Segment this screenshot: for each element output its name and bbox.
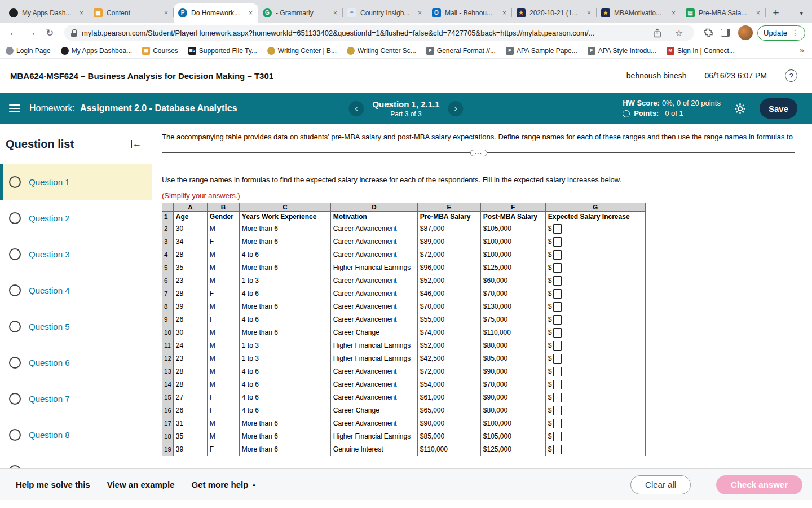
new-tab-button[interactable]: +	[768, 5, 784, 21]
bookmark-item[interactable]: PGeneral Format //...	[426, 47, 496, 55]
save-button[interactable]: Save	[760, 98, 797, 119]
browser-tab[interactable]: G- Grammarly×	[258, 3, 343, 23]
tab-close-icon[interactable]: ×	[501, 9, 508, 17]
collapse-panel-icon[interactable]: ←	[131, 139, 142, 148]
sidebar-item-question-partial[interactable]	[0, 453, 152, 468]
sheet-cell: 27	[173, 391, 207, 404]
sheet-cell: 24	[173, 339, 207, 352]
expected-increase-input[interactable]	[553, 432, 562, 441]
expand-question-toggle[interactable]: ···	[470, 150, 487, 156]
forward-button[interactable]: →	[23, 27, 41, 38]
expected-increase-input[interactable]	[553, 263, 562, 273]
bookmark-star-icon[interactable]: ☆	[670, 28, 687, 38]
profile-avatar[interactable]	[738, 25, 753, 40]
tab-close-icon[interactable]: ×	[417, 9, 423, 17]
sidebar-item-question-7[interactable]: Question 7	[0, 380, 152, 417]
browser-tab[interactable]: My Apps Dash...×	[5, 3, 89, 23]
sheet-cell: 31	[173, 417, 207, 430]
side-panel-icon[interactable]	[717, 29, 734, 37]
expected-increase-input[interactable]	[553, 406, 562, 415]
expected-increase-input[interactable]	[553, 393, 562, 402]
sidebar-item-question-3[interactable]: Question 3	[0, 236, 152, 272]
question-link-label: Question 3	[29, 249, 70, 259]
expected-increase-input[interactable]	[553, 419, 562, 428]
view-example-button[interactable]: View an example	[107, 480, 175, 489]
bookmark-item[interactable]: MSign In | Connect...	[667, 47, 735, 55]
sidebar-item-question-1[interactable]: Question 1	[0, 164, 152, 200]
tab-close-icon[interactable]: ×	[163, 9, 169, 17]
tab-close-icon[interactable]: ×	[586, 9, 592, 17]
expected-increase-input[interactable]	[553, 250, 562, 260]
browser-tab[interactable]: PDo Homework...×	[174, 3, 258, 23]
expected-increase-wrap: $	[548, 341, 643, 351]
clear-all-button[interactable]: Clear all	[630, 475, 691, 494]
browser-tab[interactable]: OMail - Behnou...×	[427, 3, 512, 23]
tab-close-icon[interactable]: ×	[248, 9, 254, 17]
share-icon[interactable]	[648, 28, 665, 38]
hw-score-value: 0%, 0 of 20 points	[662, 99, 721, 107]
sheet-cell: Career Advancement	[330, 287, 417, 300]
bookmark-item[interactable]: My Apps Dashboa...	[61, 47, 132, 55]
expected-increase-input[interactable]	[553, 237, 562, 247]
bookmark-item[interactable]: PAPA Style Introdu...	[588, 47, 656, 55]
expected-increase-input[interactable]	[553, 224, 562, 234]
expected-increase-input[interactable]	[553, 276, 562, 286]
sheet-cell: $110,000	[417, 443, 480, 456]
expected-increase-input[interactable]	[553, 380, 562, 389]
menu-hamburger-icon[interactable]	[9, 104, 20, 112]
bookmark-item[interactable]: BbSupported File Ty...	[188, 47, 257, 55]
reload-button[interactable]: ↻	[41, 27, 59, 39]
expected-increase-input[interactable]	[553, 341, 562, 351]
address-bar[interactable]: mylab.pearson.com/Student/PlayerHomework…	[64, 25, 694, 41]
expected-increase-input[interactable]	[553, 328, 562, 338]
browser-tab[interactable]: ▦Content×	[89, 3, 174, 23]
tab-close-icon[interactable]: ×	[670, 9, 677, 17]
bookmark-item[interactable]: Writing Center | B...	[267, 47, 337, 55]
kebab-menu-icon[interactable]: ⋮	[791, 28, 799, 37]
sheet-cell: $100,000	[480, 248, 545, 261]
browser-tab[interactable]: ≡Country Insigh...×	[343, 3, 427, 23]
bookmark-label: My Apps Dashboa...	[72, 47, 132, 55]
browser-update-button[interactable]: Update ⋮	[757, 25, 805, 41]
extensions-puzzle-icon[interactable]	[700, 28, 717, 37]
bookmark-item[interactable]: PAPA Sample Pape...	[506, 47, 577, 55]
simplify-note: (Simplify your answers.)	[162, 191, 795, 200]
sheet-cell: $55,000	[417, 313, 480, 326]
expected-increase-input[interactable]	[553, 367, 562, 376]
tab-search-chevron-icon[interactable]: ▾	[800, 10, 803, 17]
field-header-cell: Post-MBA Salary	[480, 212, 545, 222]
tab-title: Content	[107, 9, 159, 17]
expected-increase-input[interactable]	[553, 445, 562, 454]
next-question-button[interactable]: ›	[448, 101, 464, 116]
previous-question-button[interactable]: ‹	[348, 101, 364, 116]
tab-close-icon[interactable]: ×	[332, 9, 338, 17]
sheet-cell: $85,000	[417, 430, 480, 443]
sidebar-item-question-2[interactable]: Question 2	[0, 200, 152, 236]
sidebar-item-question-6[interactable]: Question 6	[0, 344, 152, 380]
expected-increase-wrap: $	[548, 276, 643, 286]
expected-increase-input[interactable]	[553, 315, 562, 325]
browser-tab[interactable]: ★2020-10-21 (1...×	[512, 3, 597, 23]
expected-increase-input[interactable]	[553, 289, 562, 299]
bookmark-item[interactable]: Login Page	[6, 47, 51, 55]
tab-close-icon[interactable]: ×	[755, 9, 761, 17]
currency-prefix: $	[548, 251, 552, 259]
browser-tab[interactable]: ★MBAMotivatio...×	[597, 3, 681, 23]
sidebar-item-question-8[interactable]: Question 8	[0, 417, 152, 453]
expected-increase-input[interactable]	[553, 302, 562, 312]
help-me-solve-button[interactable]: Help me solve this	[16, 480, 90, 489]
browser-tab[interactable]: ▤Pre-MBA Sala...×	[681, 3, 766, 23]
tab-close-icon[interactable]: ×	[78, 9, 85, 17]
back-button[interactable]: ←	[5, 27, 23, 38]
bookmark-item[interactable]: Writing Center Sc...	[347, 47, 416, 55]
bookmark-item[interactable]: ▦Courses	[142, 47, 178, 55]
check-answer-button[interactable]: Check answer	[716, 475, 802, 494]
sidebar-item-question-4[interactable]: Question 4	[0, 272, 152, 308]
get-more-help-button[interactable]: Get more help ▲	[192, 480, 257, 489]
help-icon[interactable]: ?	[785, 69, 797, 82]
question-link-label: Question 6	[29, 358, 70, 367]
sidebar-item-question-5[interactable]: Question 5	[0, 308, 152, 344]
expected-increase-input[interactable]	[553, 354, 562, 364]
settings-gear-icon[interactable]	[734, 103, 746, 115]
bookmarks-overflow-icon[interactable]: »	[800, 45, 804, 55]
